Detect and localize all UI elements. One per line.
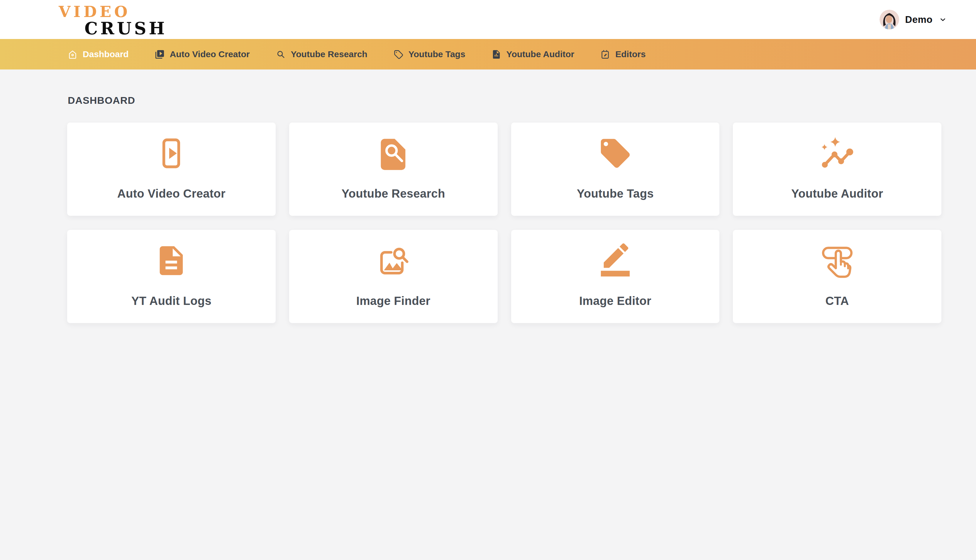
card-label: Auto Video Creator (117, 187, 225, 200)
card-cta[interactable]: CTA (733, 230, 941, 323)
nav-item-dashboard[interactable]: Dashboard (67, 49, 129, 60)
nav-item-youtube-tags[interactable]: Youtube Tags (393, 49, 465, 60)
tap-button-icon (820, 243, 854, 278)
edit-clipboard-icon (600, 49, 610, 60)
app-header: VIDEO CRUSH Demo (0, 0, 976, 39)
nav-item-label: Youtube Research (291, 49, 367, 59)
card-youtube-auditor[interactable]: Youtube Auditor (733, 123, 941, 216)
page-title: DASHBOARD (68, 95, 976, 106)
card-label: Image Editor (579, 294, 651, 308)
nav-item-label: Dashboard (83, 49, 129, 59)
nav-item-label: Auto Video Creator (170, 49, 250, 59)
card-auto-video-creator[interactable]: Auto Video Creator (67, 123, 276, 216)
nav-item-youtube-research[interactable]: Youtube Research (276, 49, 367, 60)
user-menu[interactable]: Demo (879, 10, 947, 29)
card-label: CTA (826, 294, 849, 308)
tag-icon (598, 136, 632, 171)
tag-icon (393, 49, 404, 60)
document-lines-icon (154, 243, 189, 278)
card-label: Youtube Research (342, 187, 445, 200)
nav-item-auto-video-creator[interactable]: Auto Video Creator (155, 49, 250, 60)
card-label: Youtube Tags (577, 187, 654, 200)
nav-item-youtube-auditor[interactable]: Youtube Auditor (491, 49, 574, 60)
nav-item-label: Youtube Auditor (507, 49, 574, 59)
auto-graph-icon (820, 136, 854, 171)
video-play-icon (154, 136, 189, 171)
brand-logo-line2: CRUSH (85, 20, 167, 37)
card-label: Youtube Auditor (791, 187, 883, 200)
main-content: DASHBOARD Auto Video Creator Youtube R (0, 70, 976, 560)
card-youtube-tags[interactable]: Youtube Tags (511, 123, 720, 216)
card-image-editor[interactable]: Image Editor (511, 230, 720, 323)
search-icon (276, 49, 286, 60)
brand-logo-line1: VIDEO (58, 4, 167, 19)
user-avatar (879, 10, 899, 29)
image-search-icon (376, 243, 410, 278)
card-yt-audit-logs[interactable]: YT Audit Logs (67, 230, 276, 323)
user-name: Demo (905, 14, 933, 25)
nav-item-editors[interactable]: Editors (600, 49, 646, 60)
document-search-icon (376, 136, 410, 171)
report-doc-icon (491, 49, 502, 60)
card-label: Image Finder (356, 294, 430, 308)
nav-item-label: Youtube Tags (409, 49, 465, 59)
card-image-finder[interactable]: Image Finder (289, 230, 498, 323)
card-label: YT Audit Logs (132, 294, 212, 308)
home-icon (67, 49, 78, 60)
pencil-underline-icon (598, 243, 632, 278)
dashboard-card-grid: Auto Video Creator Youtube Research Yout… (67, 123, 941, 323)
chevron-down-icon (939, 16, 947, 23)
video-library-icon (155, 49, 165, 60)
brand-logo[interactable]: VIDEO CRUSH (58, 2, 167, 37)
card-youtube-research[interactable]: Youtube Research (289, 123, 498, 216)
nav-item-label: Editors (615, 49, 646, 59)
main-navbar: Dashboard Auto Video Creator Youtube Res… (0, 39, 976, 70)
